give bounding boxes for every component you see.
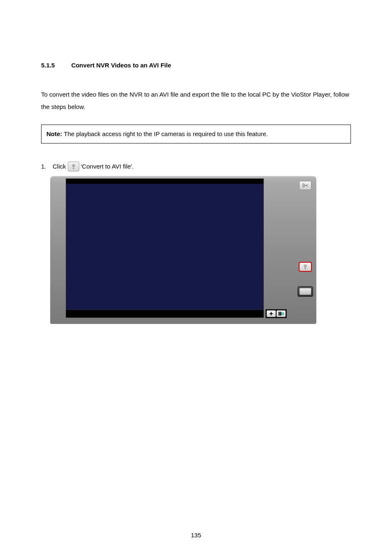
plus-icon[interactable]: [267, 310, 276, 317]
svg-point-1: [73, 165, 74, 166]
svg-rect-4: [279, 313, 279, 314]
intro-paragraph: To convert the video files on the NVR to…: [41, 88, 351, 113]
scissors-icon[interactable]: [299, 181, 311, 190]
slider-icon[interactable]: [297, 286, 313, 297]
convert-avi-icon[interactable]: [299, 262, 311, 271]
note-label: Note:: [46, 130, 62, 137]
section-title: Convert NVR Videos to an AVI File: [71, 62, 171, 69]
timeline-bar[interactable]: [66, 310, 264, 318]
step-prefix: Click: [53, 161, 66, 172]
film-play-icon[interactable]: [277, 310, 286, 317]
step-number: 1.: [41, 161, 53, 172]
svg-point-7: [302, 183, 304, 185]
svg-rect-3: [279, 312, 279, 313]
step-1: 1. Click 'Convert to AVI file'.: [41, 161, 351, 324]
page-number: 135: [0, 532, 392, 539]
section-heading: 5.1.5Convert NVR Videos to an AVI File: [41, 62, 351, 69]
player-screenshot: [50, 176, 316, 324]
viewer-controls: [66, 309, 296, 318]
svg-point-10: [305, 266, 306, 266]
note-box: Note: The playback access right to the I…: [41, 125, 351, 143]
step-suffix: 'Convert to AVI file'.: [81, 161, 134, 172]
note-body: The playback access right to the IP came…: [64, 130, 268, 137]
viewer-topbar: [66, 179, 263, 184]
convert-avi-icon: [68, 162, 79, 171]
svg-point-8: [302, 186, 304, 187]
video-viewer: [66, 178, 264, 310]
svg-rect-5: [279, 314, 279, 315]
section-number: 5.1.5: [41, 62, 55, 69]
